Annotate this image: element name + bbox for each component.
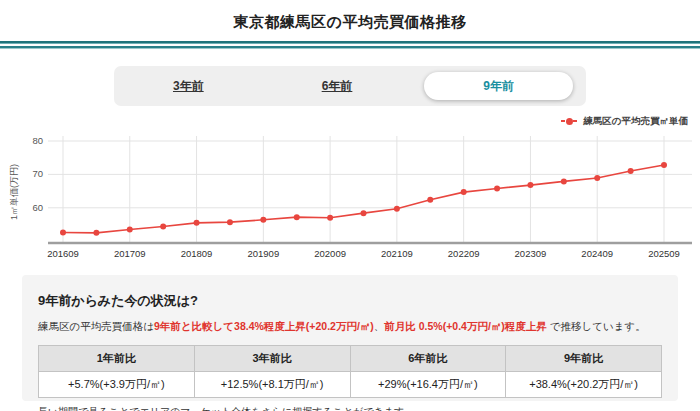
summary-text: 練馬区の平均売買価格は9年前と比較して38.4%程度上昇(+20.2万円/㎡)、… [38,319,662,334]
summary-highlight-9y: 9年前と比較して38.4%程度上昇(+20.2万円/㎡) [154,320,374,332]
svg-text:70: 70 [32,168,43,179]
summary-separator: 、 [374,320,385,332]
page-header: 東京都練馬区の平均売買価格推移 [0,0,700,49]
table-header-cell: 3年前比 [194,345,350,371]
svg-text:202109: 202109 [381,248,413,259]
summary-text-prefix: 練馬区の平均売買価格は [38,320,154,332]
comparison-table-value-row: +5.7%(+3.9万円/㎡)+12.5%(+8.1万円/㎡)+29%(+16.… [39,371,662,397]
summary-panel: 9年前からみた今の状況は? 練馬区の平均売買価格は9年前と比較して38.4%程度… [22,275,678,401]
svg-text:202209: 202209 [448,248,480,259]
svg-text:201709: 201709 [114,248,146,259]
svg-text:202009: 202009 [314,248,346,259]
table-value-cell: +12.5%(+8.1万円/㎡) [194,371,350,397]
summary-highlight-month: 前月比 0.5%(+0.4万円/㎡)程度上昇 [384,320,547,332]
svg-text:202309: 202309 [515,248,547,259]
tab-label: 3年前 [173,78,204,95]
svg-text:60: 60 [32,202,43,213]
summary-note: 長い期間で見ることでエリアのマーケット全体をさらに把握することができます。 [38,405,662,411]
svg-text:202409: 202409 [581,248,613,259]
tab-period-6年前[interactable]: 6年前 [263,66,412,106]
table-value-cell: +38.4%(+20.2万円/㎡) [506,371,662,397]
svg-text:80: 80 [32,135,43,146]
table-value-cell: +5.7%(+3.9万円/㎡) [39,371,195,397]
comparison-table: 1年前比3年前比6年前比9年前比 +5.7%(+3.9万円/㎡)+12.5%(+… [38,345,662,398]
chart-legend: 練馬区の平均売買㎡単価 [0,114,688,128]
comparison-table-header-row: 1年前比3年前比6年前比9年前比 [39,345,662,371]
tab-period-3年前[interactable]: 3年前 [114,66,263,106]
svg-text:201609: 201609 [47,248,79,259]
period-tab-bar: 3年前6年前9年前 [114,66,586,106]
tab-label: 9年前 [483,78,514,95]
svg-text:201809: 201809 [181,248,213,259]
price-trend-line-chart: 6070802016092017092018092019092020092021… [0,130,700,265]
table-header-cell: 9年前比 [506,345,662,371]
page-title: 東京都練馬区の平均売買価格推移 [0,0,700,32]
summary-text-suffix: で推移しています。 [547,320,646,332]
summary-heading: 9年前からみた今の状況は? [38,292,662,310]
legend-label: 練馬区の平均売買㎡単価 [583,115,688,128]
table-header-cell: 1年前比 [39,345,195,371]
svg-text:201909: 201909 [247,248,279,259]
svg-text:1㎡単価(万円): 1㎡単価(万円) [9,164,19,220]
table-value-cell: +29%(+16.4万円/㎡) [350,371,506,397]
tab-label: 6年前 [322,78,353,95]
tab-period-9年前[interactable]: 9年前 [424,72,573,100]
svg-text:202509: 202509 [648,248,680,259]
title-divider [0,41,700,49]
table-header-cell: 6年前比 [350,345,506,371]
line-series-marker-icon [561,120,578,122]
